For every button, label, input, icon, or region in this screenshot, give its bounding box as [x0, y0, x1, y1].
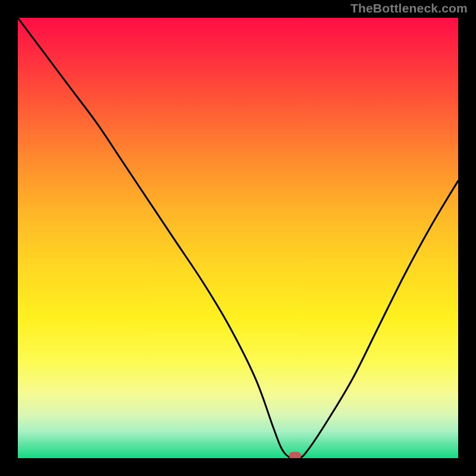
watermark-text: TheBottleneck.com [350, 1, 468, 15]
chart-frame: TheBottleneck.com [0, 0, 476, 476]
plot-area [18, 18, 458, 458]
bottleneck-curve [18, 18, 458, 458]
optimal-point-marker [289, 452, 301, 459]
